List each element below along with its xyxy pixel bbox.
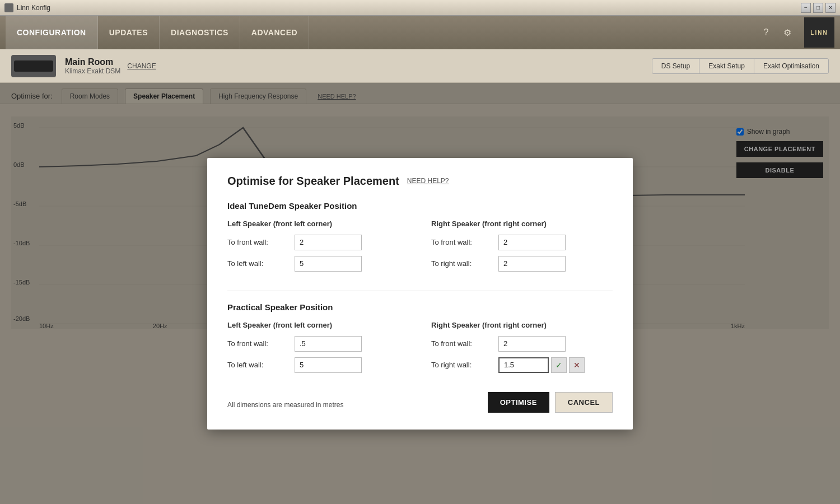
cancel-edit-button[interactable]: ✕ [569,357,585,373]
device-image [11,55,56,77]
right-ideal-right-wall-row: To right wall: [431,256,613,272]
right-practical-front-wall-label: To front wall: [431,339,498,348]
right-ideal-front-wall-row: To front wall: [431,235,613,250]
titlebar-controls: − □ ✕ [801,3,836,13]
maximize-button[interactable]: □ [813,3,823,13]
device-image-inner [14,60,53,72]
right-ideal-right-wall-label: To right wall: [431,259,498,268]
modal-overlay: Optimise for Speaker Placement NEED HELP… [0,83,840,504]
change-device-link[interactable]: CHANGE [127,62,156,70]
device-model: Klimax Exakt DSM [65,67,120,75]
right-speaker-ideal-title: Right Speaker (front right corner) [431,220,613,228]
tab-advanced[interactable]: ADVANCED [240,16,309,49]
left-ideal-front-wall-row: To front wall: [227,235,409,250]
titlebar: Linn Konfig − □ ✕ [0,0,840,16]
tab-diagnostics[interactable]: DIAGNOSTICS [160,16,240,49]
ideal-speaker-columns: Left Speaker (front left corner) To fron… [227,220,613,277]
settings-icon[interactable]: ⚙ [780,25,795,40]
nav-icons: ? ⚙ LINN [758,16,834,49]
confirm-edit-button[interactable]: ✓ [551,357,567,373]
right-speaker-practical-col: Right Speaker (front right corner) To fr… [431,321,613,379]
ideal-section-heading: Ideal TuneDem Speaker Position [227,201,613,211]
right-speaker-practical-title: Right Speaker (front right corner) [431,321,613,329]
left-practical-front-wall-input[interactable] [295,336,362,352]
modal-footer: OPTIMISE CANCEL [488,392,613,413]
practical-section-heading: Practical Speaker Position [227,302,613,312]
right-ideal-front-wall-input[interactable] [498,235,566,250]
left-practical-front-wall-row: To front wall: [227,336,409,352]
left-ideal-front-wall-label: To front wall: [227,238,295,246]
exakt-setup-button[interactable]: Exakt Setup [699,58,754,74]
left-speaker-ideal-col: Left Speaker (front left corner) To fron… [227,220,409,277]
right-ideal-front-wall-label: To front wall: [431,238,498,246]
modal-title-text: Optimise for Speaker Placement [227,175,399,188]
right-practical-right-wall-input[interactable] [498,357,549,373]
titlebar-title: Linn Konfig [17,4,50,12]
devicebar: Main Room Klimax Exakt DSM CHANGE DS Set… [0,49,840,83]
modal-title-row: Optimise for Speaker Placement NEED HELP… [227,175,613,188]
section-divider [227,291,613,291]
left-ideal-front-wall-input[interactable] [295,235,362,250]
app-icon [4,3,13,12]
left-ideal-left-wall-row: To left wall: [227,256,409,272]
right-speaker-ideal-col: Right Speaker (front right corner) To fr… [431,220,613,277]
linn-logo: LINN [804,17,834,48]
right-practical-right-wall-input-group: ✓ ✕ [498,357,585,373]
ds-setup-button[interactable]: DS Setup [652,58,699,74]
left-speaker-practical-col: Left Speaker (front left corner) To fron… [227,321,409,379]
left-speaker-ideal-title: Left Speaker (front left corner) [227,220,409,228]
modal-dialog: Optimise for Speaker Placement NEED HELP… [207,158,633,430]
right-practical-front-wall-input[interactable] [498,336,566,352]
minimize-button[interactable]: − [801,3,811,13]
right-ideal-right-wall-input[interactable] [498,256,566,272]
left-ideal-left-wall-label: To left wall: [227,259,295,268]
left-speaker-practical-title: Left Speaker (front left corner) [227,321,409,329]
cancel-button[interactable]: CANCEL [555,392,613,413]
right-practical-right-wall-label: To right wall: [431,361,498,369]
topnav: CONFIGURATION UPDATES DIAGNOSTICS ADVANC… [0,16,840,49]
tab-updates[interactable]: UPDATES [98,16,160,49]
right-practical-front-wall-row: To front wall: [431,336,613,352]
left-practical-left-wall-input[interactable] [295,357,362,373]
dimensions-note: All dimensions are measured in metres [227,401,343,409]
device-info: Main Room Klimax Exakt DSM [65,57,120,75]
help-icon[interactable]: ? [758,25,774,40]
exakt-optimisation-button[interactable]: Exakt Optimisation [754,58,829,74]
practical-speaker-columns: Left Speaker (front left corner) To fron… [227,321,613,379]
modal-need-help-link[interactable]: NEED HELP? [407,177,449,185]
left-ideal-left-wall-input[interactable] [295,256,362,272]
left-practical-left-wall-label: To left wall: [227,361,295,369]
optimise-button[interactable]: OPTIMISE [488,392,549,413]
right-practical-right-wall-row: To right wall: ✓ ✕ [431,357,613,373]
left-practical-front-wall-label: To front wall: [227,339,295,348]
left-practical-left-wall-row: To left wall: [227,357,409,373]
setup-buttons: DS Setup Exakt Setup Exakt Optimisation [652,58,829,74]
close-button[interactable]: ✕ [825,3,836,13]
mainarea: Optimise for: Room Modes Speaker Placeme… [0,83,840,504]
tab-configuration[interactable]: CONFIGURATION [6,16,98,49]
device-name: Main Room [65,57,120,67]
